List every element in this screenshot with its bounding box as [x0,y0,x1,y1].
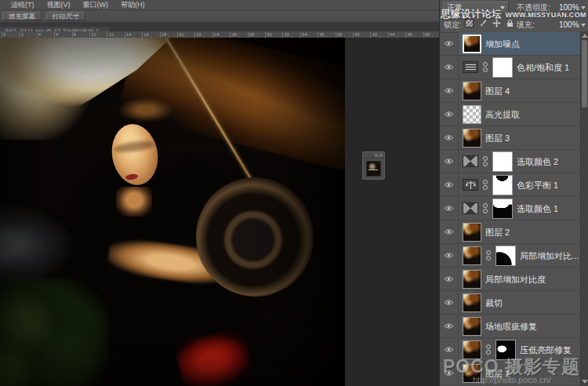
layer-row[interactable]: 图层 2 [440,220,588,244]
menu-item[interactable]: 视图(V) [41,0,77,10]
mini-panel-dot-icon [379,154,383,157]
layer-thumbnail[interactable] [463,293,481,312]
layer-row[interactable]: 图层 4 [440,79,588,103]
menu-item[interactable]: 窗口(W) [77,0,115,10]
layer-row-content[interactable]: 图层 4 [459,79,581,102]
layer-mask-thumbnail[interactable] [492,175,513,195]
ruler-label: 34 [302,31,307,38]
eye-icon [444,299,454,306]
layer-thumbnail[interactable] [463,270,481,289]
tool-options-bar: 填充屏幕 打印尺寸 [0,11,439,21]
layer-row[interactable]: 高光提取 [440,103,588,126]
eye-icon [444,87,454,94]
layer-row-content[interactable]: 局部增加对比度 [459,268,581,290]
layer-thumbnail[interactable] [463,129,481,147]
link-icon [482,156,488,166]
layer-row-content[interactable]: 图层 3 [459,126,581,149]
eye-icon [444,322,454,330]
visibility-toggle[interactable] [440,32,459,55]
visibility-toggle[interactable] [440,56,459,78]
mini-panel-thumbnail [366,161,381,177]
layer-row[interactable]: 选取颜色 2 [440,150,588,173]
visibility-toggle[interactable] [440,103,459,126]
eye-icon [444,228,454,235]
layer-thumbnail[interactable] [463,317,481,336]
ruler-label: 14 [126,31,132,38]
fill-screen-button[interactable]: 填充屏幕 [2,12,42,20]
visibility-toggle[interactable] [440,173,459,196]
layer-row-content[interactable]: 选取颜色 2 [459,150,581,173]
ruler-label: 36 [319,31,325,38]
layer-row-content[interactable]: 色相/饱和度 1 [459,56,581,78]
layer-mask-thumbnail[interactable] [492,151,513,172]
layer-row[interactable]: 色相/饱和度 1 [440,56,588,79]
layer-row-content[interactable]: 裁切 [459,291,581,314]
link-icon [485,344,492,355]
layer-row-content[interactable]: 选取颜色 1 [459,197,581,220]
layer-name: 图层 4 [485,79,510,103]
ruler-label: 12 [108,31,114,38]
layer-mask-thumbnail[interactable] [492,57,513,78]
layer-row[interactable]: 增加噪点 [440,32,588,56]
visibility-toggle[interactable] [440,315,459,337]
visibility-toggle[interactable] [440,79,459,102]
layer-row-content[interactable]: 高光提取 [459,103,581,126]
layer-name: 局部增加对比... [520,244,579,268]
layer-mask-thumbnail[interactable] [492,198,513,219]
layers-list: 增加噪点色相/饱和度 1图层 4高光提取图层 3选取颜色 2色彩平衡 1选取颜色… [440,32,588,386]
layer-row-content[interactable]: 场地瑕疵修复 [459,315,581,337]
ruler-label: 38 [337,31,343,38]
photoshop-window: 滤镜(T)视图(V)窗口(W)帮助(H) 填充屏幕 打印尺寸 IMG_3411.… [0,0,588,386]
layer-row[interactable]: 裁切 [440,291,588,315]
selective-adjustment-icon[interactable] [463,202,478,214]
layer-row[interactable]: 局部增加对比度 [440,268,588,291]
visibility-toggle[interactable] [440,197,459,220]
layers-scrollbar[interactable] [580,31,588,386]
layer-thumbnail[interactable] [463,223,481,242]
visibility-toggle[interactable] [440,268,459,290]
collapsed-floating-panel[interactable] [362,151,385,180]
layer-mask-thumbnail[interactable] [495,246,516,266]
layer-thumbnail[interactable] [463,246,481,265]
link-icon [482,180,488,190]
layer-thumbnail[interactable] [463,82,481,100]
visibility-toggle[interactable] [440,291,459,314]
eye-icon [444,205,454,212]
layer-thumbnail[interactable] [463,105,481,124]
menu-item[interactable]: 帮助(H) [114,0,151,10]
menu-item[interactable]: 滤镜(T) [5,0,41,10]
layer-row[interactable]: 色彩平衡 1 [440,173,588,197]
layer-row[interactable]: 选取颜色 1 [440,197,588,220]
watermark-missyuan: 思缘设计论坛 WWW.MISSYUAN.COM [441,6,588,21]
print-size-button[interactable]: 打印尺寸 [46,12,85,20]
visibility-toggle[interactable] [440,150,459,173]
watermark-site-name: 思缘设计论坛 [441,9,502,20]
layer-row-content[interactable]: 色彩平衡 1 [459,173,581,196]
hue-adjustment-icon[interactable] [463,61,478,73]
layer-name: 场地瑕疵修复 [485,315,537,338]
layer-row-content[interactable]: 局部增加对比... [459,244,581,267]
ruler-label: 28 [249,31,255,38]
scroll-down-icon[interactable] [582,380,588,384]
visibility-toggle[interactable] [440,126,459,149]
canvas-area [0,38,439,386]
ruler-label: 6 [56,31,58,38]
layer-thumbnail[interactable] [463,35,481,53]
fill-dropdown-icon[interactable] [581,24,586,27]
photo-vignette [0,38,345,386]
balance-adjustment-icon[interactable] [463,179,478,191]
scroll-up-icon[interactable] [582,34,588,38]
visibility-toggle[interactable] [440,220,459,243]
ruler-label: 2 [20,31,23,38]
layer-row[interactable]: 场地瑕疵修复 [440,315,588,338]
layer-row-content[interactable]: 图层 2 [459,220,581,243]
link-icon [482,62,488,72]
visibility-toggle[interactable] [440,244,459,267]
eye-icon [444,111,454,118]
layer-row[interactable]: 图层 3 [440,126,588,150]
canvas-photo[interactable] [0,38,345,386]
layer-row-content[interactable]: 增加噪点 [459,32,581,55]
selective-adjustment-icon[interactable] [463,155,478,167]
scrollbar-thumb[interactable] [582,40,587,107]
layer-row[interactable]: 局部增加对比... [440,244,588,268]
